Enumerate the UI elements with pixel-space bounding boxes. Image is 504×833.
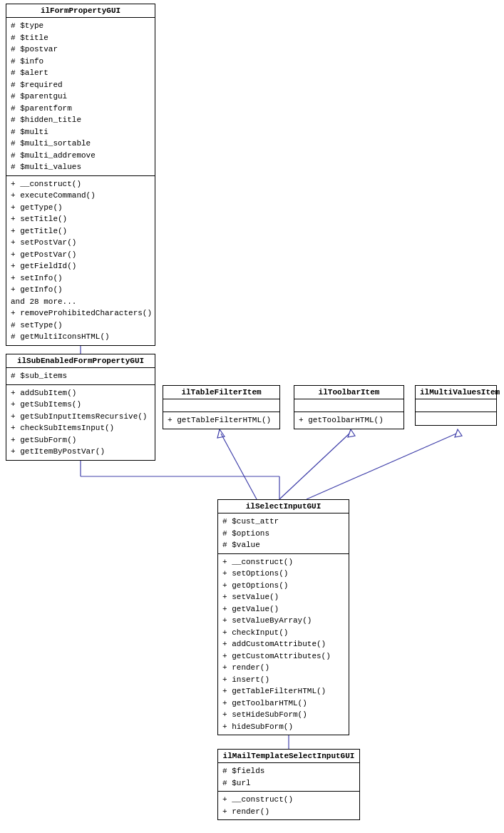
il-form-property-gui-methods: + __construct() + executeCommand() + get… — [6, 176, 155, 345]
svg-line-10 — [307, 434, 456, 499]
il-form-property-gui-box: ilFormPropertyGUI # $type # $title # $po… — [6, 4, 155, 346]
il-toolbar-item-attrs — [294, 399, 403, 412]
il-sub-enabled-methods: + addSubItem() + getSubItems() + getSubI… — [6, 385, 155, 460]
il-table-filter-item-attrs — [163, 399, 279, 412]
il-table-filter-item-methods: + getTableFilterHTML() — [163, 412, 279, 429]
il-table-filter-item-title: ilTableFilterItem — [163, 386, 279, 399]
svg-marker-11 — [455, 429, 462, 437]
il-select-input-gui-attrs: # $cust_attr # $options # $value — [218, 513, 349, 554]
il-multi-values-item-attrs — [416, 399, 496, 412]
il-multi-values-item-methods — [416, 412, 496, 425]
il-mail-template-select-input-gui-title: ilMailTemplateSelectInputGUI — [218, 750, 359, 763]
svg-marker-9 — [348, 429, 355, 437]
il-toolbar-item-methods: + getToolbarHTML() — [294, 412, 403, 429]
il-sub-enabled-attributes: # $sub_items — [6, 368, 155, 385]
il-mail-template-attrs: # $fields # $url — [218, 763, 359, 792]
il-toolbar-item-box: ilToolbarItem + getToolbarHTML() — [294, 385, 404, 429]
il-sub-enabled-form-property-gui-title: ilSubEnabledFormPropertyGUI — [6, 354, 155, 368]
diagram-container: ilFormPropertyGUI # $type # $title # $po… — [0, 0, 504, 833]
il-mail-template-methods: + __construct() + render() — [218, 792, 359, 819]
il-form-property-gui-title: ilFormPropertyGUI — [6, 4, 155, 18]
svg-marker-7 — [217, 429, 225, 438]
il-select-input-gui-title: ilSelectInputGUI — [218, 500, 349, 513]
il-mail-template-select-input-gui-box: ilMailTemplateSelectInputGUI # $fields #… — [217, 749, 360, 820]
il-select-input-gui-box: ilSelectInputGUI # $cust_attr # $options… — [217, 499, 349, 735]
il-multi-values-item-box: ilMultiValuesItem — [415, 385, 497, 426]
il-sub-enabled-form-property-gui-box: ilSubEnabledFormPropertyGUI # $sub_items… — [6, 354, 155, 461]
il-select-input-gui-methods: + __construct() + setOptions() + getOpti… — [218, 554, 349, 735]
il-table-filter-item-box: ilTableFilterItem + getTableFilterHTML() — [163, 385, 280, 429]
il-multi-values-item-title: ilMultiValuesItem — [416, 386, 496, 399]
svg-line-8 — [279, 434, 349, 499]
il-form-property-gui-attributes: # $type # $title # $postvar # $info # $a… — [6, 18, 155, 176]
svg-line-6 — [221, 434, 257, 499]
il-toolbar-item-title: ilToolbarItem — [294, 386, 403, 399]
